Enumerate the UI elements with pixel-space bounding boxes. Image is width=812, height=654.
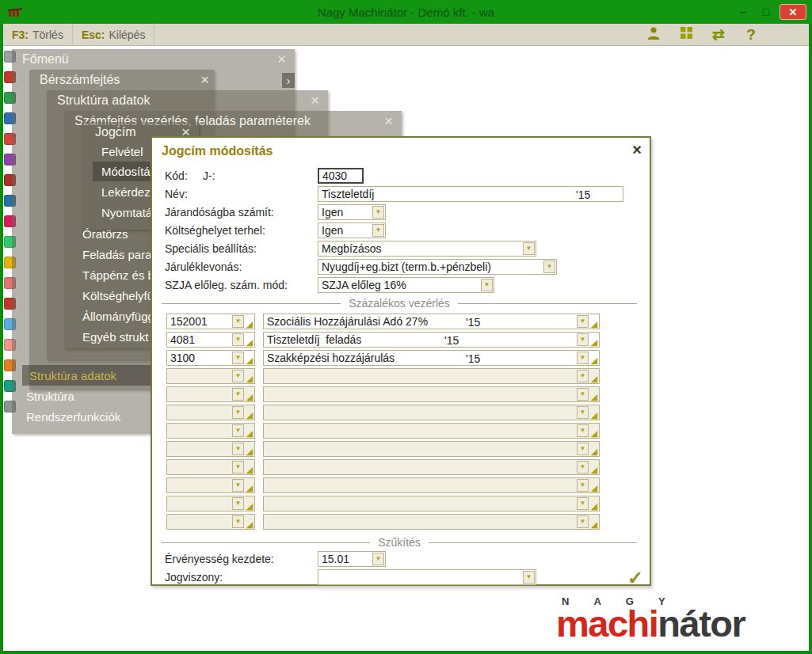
menu-item-rendszerfunkciok[interactable]: Rendszerfunkciók: [26, 407, 120, 427]
percent-name-combo[interactable]: ▼◢: [263, 477, 600, 493]
dropdown-arrow-icon[interactable]: ▼: [232, 406, 244, 419]
menu-item-nyomtatas[interactable]: Nyomtatás: [101, 203, 158, 222]
close-icon[interactable]: ×: [277, 51, 286, 67]
f3-delete-button[interactable]: F3: Törlés: [3, 24, 73, 45]
szja-combo[interactable]: SZJA előleg 16% ▼: [318, 277, 494, 293]
expand-corner-icon[interactable]: ◢: [589, 520, 599, 529]
dropdown-arrow-icon[interactable]: ▼: [232, 443, 244, 455]
menu-item-lekerdezes[interactable]: Lekérdezé: [101, 182, 157, 202]
percent-name-combo[interactable]: ▼◢: [263, 441, 600, 457]
percent-code-combo[interactable]: 3100 ▼◢: [166, 350, 255, 366]
jarandosag-combo[interactable]: Igen ▼: [318, 204, 386, 220]
percent-code-combo[interactable]: ▼◢: [166, 496, 255, 511]
percent-code-combo[interactable]: ▼◢: [166, 477, 255, 493]
expand-corner-icon[interactable]: ◢: [245, 320, 254, 329]
minimize-button[interactable]: –: [734, 4, 753, 20]
dropdown-arrow-icon[interactable]: ▼: [577, 424, 589, 437]
percent-name-combo[interactable]: Szociális Hozzájárulási Adó 27% '15 ▼◢: [263, 314, 600, 329]
dropdown-arrow-icon[interactable]: ▼: [372, 224, 384, 237]
dropdown-arrow-icon[interactable]: ▼: [577, 333, 589, 346]
expand-corner-icon[interactable]: ◢: [245, 520, 254, 529]
dropdown-arrow-icon[interactable]: ▼: [577, 461, 589, 473]
dropdown-arrow-icon[interactable]: ▼: [543, 260, 555, 273]
menu-item-koltseghelyfuggo[interactable]: Költséghelyfü: [82, 286, 154, 306]
expand-corner-icon[interactable]: ◢: [589, 429, 599, 438]
percent-name-combo[interactable]: ▼◢: [263, 514, 600, 530]
dropdown-arrow-icon[interactable]: ▼: [577, 352, 589, 364]
menu-window-titlebar[interactable]: Struktúra adatok ×: [47, 90, 328, 110]
percent-code-combo[interactable]: ▼◢: [166, 368, 255, 384]
dropdown-arrow-icon[interactable]: ▼: [232, 315, 244, 328]
dropdown-arrow-icon[interactable]: ▼: [523, 571, 535, 584]
percent-code-combo[interactable]: ▼◢: [166, 514, 255, 530]
percent-name-combo[interactable]: ▼◢: [263, 386, 600, 402]
dropdown-arrow-icon[interactable]: ▼: [577, 479, 589, 492]
expand-corner-icon[interactable]: ◢: [589, 320, 599, 329]
menu-footer-struktura-adatok[interactable]: Struktúra adatok: [22, 365, 151, 386]
expand-corner-icon[interactable]: ◢: [245, 411, 254, 420]
dropdown-arrow-icon[interactable]: ▼: [232, 461, 244, 473]
expand-corner-icon[interactable]: ◢: [589, 338, 599, 347]
menu-item-allomanyfuggo[interactable]: Állományfügg: [82, 306, 154, 326]
dropdown-arrow-icon[interactable]: ▼: [577, 443, 589, 455]
dropdown-arrow-icon[interactable]: ▼: [577, 406, 589, 419]
percent-code-combo[interactable]: 152001 ▼◢: [166, 314, 255, 329]
dropdown-arrow-icon[interactable]: ▼: [577, 315, 589, 328]
kod-input[interactable]: 4030: [318, 168, 364, 184]
expand-corner-icon[interactable]: ◢: [245, 484, 254, 492]
nev-input[interactable]: Tiszteletdíj '15: [318, 186, 623, 202]
dropdown-arrow-icon[interactable]: ▼: [372, 553, 384, 565]
close-button[interactable]: ✕: [780, 4, 806, 20]
dropdown-arrow-icon[interactable]: ▼: [577, 388, 589, 401]
percent-name-combo[interactable]: Tiszteletdíj feladás '15 ▼◢: [263, 332, 600, 348]
expand-corner-icon[interactable]: ◢: [245, 466, 254, 474]
dropdown-arrow-icon[interactable]: ▼: [481, 279, 493, 291]
titlebar[interactable]: Nagy Machinátor - Demó kft. - wa – □ ✕: [0, 0, 812, 24]
dropdown-arrow-icon[interactable]: ▼: [232, 497, 244, 510]
expand-corner-icon[interactable]: ◢: [589, 375, 599, 383]
menu-window-titlebar[interactable]: Bérszámfejtés ×: [29, 70, 214, 89]
expand-corner-icon[interactable]: ◢: [245, 393, 254, 401]
percent-code-combo[interactable]: ▼◢: [166, 423, 255, 439]
switch-button[interactable]: ⇄: [705, 25, 732, 44]
jarulek-combo[interactable]: Nyugdíj+eg.bizt (term.b.+pénzbeli) ▼: [318, 259, 557, 275]
expand-corner-icon[interactable]: ◢: [245, 447, 254, 456]
close-icon[interactable]: ×: [200, 72, 209, 87]
percent-code-combo[interactable]: 4081 ▼◢: [166, 332, 255, 348]
expand-corner-icon[interactable]: ◢: [589, 393, 599, 401]
esc-exit-button[interactable]: Esc: Kilépés: [73, 24, 155, 45]
expand-corner-icon[interactable]: ◢: [245, 502, 254, 511]
percent-code-combo[interactable]: ▼◢: [166, 441, 255, 457]
modules-button[interactable]: [673, 25, 700, 44]
percent-name-combo[interactable]: ▼◢: [263, 459, 600, 475]
dropdown-arrow-icon[interactable]: ▼: [577, 515, 589, 528]
dialog-close-icon[interactable]: ×: [632, 141, 642, 159]
koltseghely-combo[interactable]: Igen ▼: [318, 222, 386, 238]
expand-corner-icon[interactable]: ◢: [589, 484, 599, 492]
ok-checkmark-button[interactable]: ✓: [627, 567, 643, 589]
dropdown-arrow-icon[interactable]: ▼: [372, 206, 384, 219]
menu-window-titlebar[interactable]: Főmenü ×: [12, 49, 295, 69]
percent-name-combo[interactable]: ▼◢: [263, 423, 600, 439]
percent-code-combo[interactable]: ▼◢: [166, 405, 255, 420]
menu-item-tappenz[interactable]: Táppénz és b: [82, 265, 154, 285]
expand-corner-icon[interactable]: ◢: [245, 338, 254, 347]
close-icon[interactable]: ×: [384, 113, 393, 128]
menu-item-feladas-parameterek[interactable]: Feladás para: [82, 245, 152, 264]
dropdown-arrow-icon[interactable]: ▼: [232, 352, 244, 364]
maximize-button[interactable]: □: [757, 4, 776, 20]
specialis-combo[interactable]: Megbízásos ▼: [318, 241, 536, 257]
expand-corner-icon[interactable]: ◢: [589, 447, 599, 456]
menu-item-oratorzs[interactable]: Óratörzs: [82, 224, 128, 244]
expand-corner-icon[interactable]: ◢: [245, 356, 254, 365]
dropdown-arrow-icon[interactable]: ▼: [523, 242, 535, 255]
percent-name-combo[interactable]: ▼◢: [263, 368, 600, 384]
percent-name-combo[interactable]: Szakképzési hozzájárulás '15 ▼◢: [263, 350, 600, 366]
dropdown-arrow-icon[interactable]: ▼: [577, 497, 589, 510]
menu-item-struktura[interactable]: Struktúra: [26, 386, 74, 406]
expand-corner-icon[interactable]: ◢: [589, 502, 599, 511]
dropdown-arrow-icon[interactable]: ▼: [232, 424, 244, 437]
percent-name-combo[interactable]: ▼◢: [263, 405, 600, 420]
user-button[interactable]: [640, 25, 667, 44]
dropdown-arrow-icon[interactable]: ▼: [232, 370, 244, 382]
